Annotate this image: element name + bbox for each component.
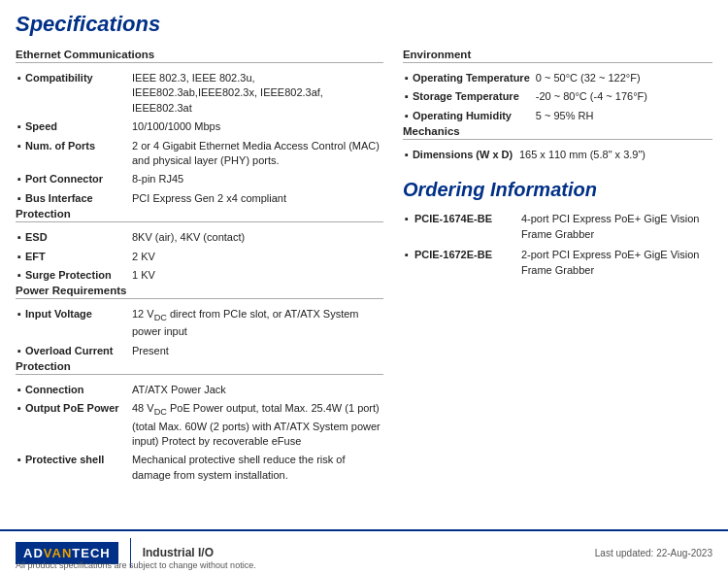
logo-tech: TECH: [72, 546, 110, 560]
bullet: ▪: [16, 248, 25, 266]
ordering-table: ▪ PCIE-1674E-BE 4-port PCI Express PoE+ …: [403, 209, 712, 281]
table-row: ▪ EFT 2 KV: [16, 248, 383, 266]
row-value: 8KV (air), 4KV (contact): [132, 228, 383, 247]
section-title-environment: Environment: [403, 49, 712, 63]
footer-last-updated: Last updated: 22-Aug-2023: [595, 548, 712, 558]
bullet: ▪: [403, 69, 413, 87]
section-title-ethernet: Ethernet Communications: [16, 49, 383, 63]
section-ordering: Ordering Information ▪ PCIE-1674E-BE 4-p…: [403, 179, 712, 281]
row-label: Storage Temperature: [413, 87, 536, 106]
bullet: ▪: [16, 451, 25, 485]
logo-van: VAN: [44, 546, 72, 560]
section-title-protection2: Protection: [16, 360, 383, 375]
footer-disclaimer: All product specifications are subject t…: [16, 560, 256, 570]
table-row: ▪ Connection AT/ATX Power Jack: [16, 381, 383, 399]
row-label: Dimensions (W x D): [413, 146, 519, 164]
bullet: ▪: [403, 87, 413, 106]
section-power: Power Requirements ▪ Input Voltage 12 VD…: [16, 285, 383, 360]
bullet: ▪: [403, 245, 413, 281]
row-label: EFT: [25, 248, 132, 266]
logo-ad: AD: [23, 546, 44, 560]
row-value: Mechanical protective shell reduce the r…: [132, 451, 383, 485]
table-row: ▪ Bus Interface PCI Express Gen 2 x4 com…: [16, 189, 383, 208]
main-content: Specifications Ethernet Communications ▪…: [0, 0, 728, 543]
ordering-description: 4-port PCI Express PoE+ GigE Vision Fram…: [519, 209, 712, 245]
row-value: -20 ~ 80°C (-4 ~ 176°F): [536, 87, 712, 106]
row-value: 0 ~ 50°C (32 ~ 122°F): [536, 69, 712, 87]
left-column: Ethernet Communications ▪ Compatibility …: [16, 49, 383, 485]
row-value: IEEE 802.3, IEEE 802.3u, IEEE802.3ab,IEE…: [132, 69, 383, 118]
row-value: Present: [132, 342, 383, 360]
table-row: ▪ Storage Temperature -20 ~ 80°C (-4 ~ 1…: [403, 87, 712, 106]
section-ethernet: Ethernet Communications ▪ Compatibility …: [16, 49, 383, 208]
row-value: 8-pin RJ45: [132, 170, 383, 188]
section-protection1: Protection ▪ ESD 8KV (air), 4KV (contact…: [16, 208, 383, 285]
ordering-title: Ordering Information: [403, 179, 712, 201]
bullet: ▪: [16, 266, 25, 285]
row-value: 2 KV: [132, 248, 383, 266]
ordering-row: ▪ PCIE-1674E-BE 4-port PCI Express PoE+ …: [403, 209, 712, 245]
mechanics-table: ▪ Dimensions (W x D) 165 x 110 mm (5.8" …: [403, 146, 712, 164]
power-table: ▪ Input Voltage 12 VDC direct from PCIe …: [16, 305, 383, 360]
row-value: 1 KV: [132, 266, 383, 285]
table-row: ▪ Input Voltage 12 VDC direct from PCIe …: [16, 305, 383, 341]
table-row: ▪ Output PoE Power 48 VDC PoE Power outp…: [16, 399, 383, 451]
page-title: Specifications: [16, 12, 712, 37]
row-label: Operating Humidity: [413, 107, 536, 125]
row-label: Speed: [25, 118, 132, 136]
row-value: 10/100/1000 Mbps: [132, 118, 383, 136]
row-value: 5 ~ 95% RH: [536, 107, 712, 125]
ordering-description: 2-port PCI Express PoE+ GigE Vision Fram…: [519, 245, 712, 281]
bullet: ▪: [16, 399, 25, 451]
table-row: ▪ Speed 10/100/1000 Mbps: [16, 118, 383, 136]
row-value: 2 or 4 Gigabit Ethernet Media Access Con…: [132, 137, 383, 171]
two-column-layout: Ethernet Communications ▪ Compatibility …: [16, 49, 712, 485]
row-label: Port Connector: [25, 170, 132, 188]
section-protection2: Protection ▪ Connection AT/ATX Power Jac…: [16, 360, 383, 485]
section-title-power: Power Requirements: [16, 285, 383, 299]
ordering-model: PCIE-1674E-BE: [413, 209, 519, 245]
table-row: ▪ Port Connector 8-pin RJ45: [16, 170, 383, 188]
table-row: ▪ Operating Temperature 0 ~ 50°C (32 ~ 1…: [403, 69, 712, 87]
section-title-mechanics: Mechanics: [403, 125, 712, 140]
bullet: ▪: [16, 170, 25, 188]
row-label: Surge Protection: [25, 266, 132, 285]
right-column: Environment ▪ Operating Temperature 0 ~ …: [403, 49, 712, 485]
table-row: ▪ ESD 8KV (air), 4KV (contact): [16, 228, 383, 247]
ordering-model: PCIE-1672E-BE: [413, 245, 519, 281]
bullet: ▪: [16, 69, 25, 118]
table-row: ▪ Compatibility IEEE 802.3, IEEE 802.3u,…: [16, 69, 383, 118]
bullet: ▪: [16, 189, 25, 208]
bullet: ▪: [16, 137, 25, 171]
section-mechanics: Mechanics ▪ Dimensions (W x D) 165 x 110…: [403, 125, 712, 164]
row-label: Protective shell: [25, 451, 132, 485]
ordering-row: ▪ PCIE-1672E-BE 2-port PCI Express PoE+ …: [403, 245, 712, 281]
bullet: ▪: [16, 381, 25, 399]
table-row: ▪ Dimensions (W x D) 165 x 110 mm (5.8" …: [403, 146, 712, 164]
table-row: ▪ Surge Protection 1 KV: [16, 266, 383, 285]
row-label: Operating Temperature: [413, 69, 536, 87]
row-label: Output PoE Power: [25, 399, 132, 451]
row-value: 12 VDC direct from PCIe slot, or AT/ATX …: [132, 305, 383, 341]
row-label: Bus Interface: [25, 189, 132, 208]
row-value: 48 VDC PoE Power output, total Max. 25.4…: [132, 399, 383, 451]
row-value: PCI Express Gen 2 x4 compliant: [132, 189, 383, 208]
ethernet-table: ▪ Compatibility IEEE 802.3, IEEE 802.3u,…: [16, 69, 383, 208]
table-row: ▪ Operating Humidity 5 ~ 95% RH: [403, 107, 712, 125]
row-label: Connection: [25, 381, 132, 399]
footer-label: Industrial I/O: [143, 546, 214, 559]
row-label: Compatibility: [25, 69, 132, 118]
bullet: ▪: [403, 107, 413, 125]
bullet: ▪: [16, 118, 25, 136]
row-value: AT/ATX Power Jack: [132, 381, 383, 399]
bullet: ▪: [403, 209, 413, 245]
table-row: ▪ Protective shell Mechanical protective…: [16, 451, 383, 485]
section-title-protection1: Protection: [16, 208, 383, 222]
bullet: ▪: [16, 342, 25, 360]
row-label: Overload Current: [25, 342, 132, 360]
table-row: ▪ Num. of Ports 2 or 4 Gigabit Ethernet …: [16, 137, 383, 171]
section-environment: Environment ▪ Operating Temperature 0 ~ …: [403, 49, 712, 125]
protection2-table: ▪ Connection AT/ATX Power Jack ▪ Output …: [16, 381, 383, 485]
row-label: ESD: [25, 228, 132, 247]
table-row: ▪ Overload Current Present: [16, 342, 383, 360]
